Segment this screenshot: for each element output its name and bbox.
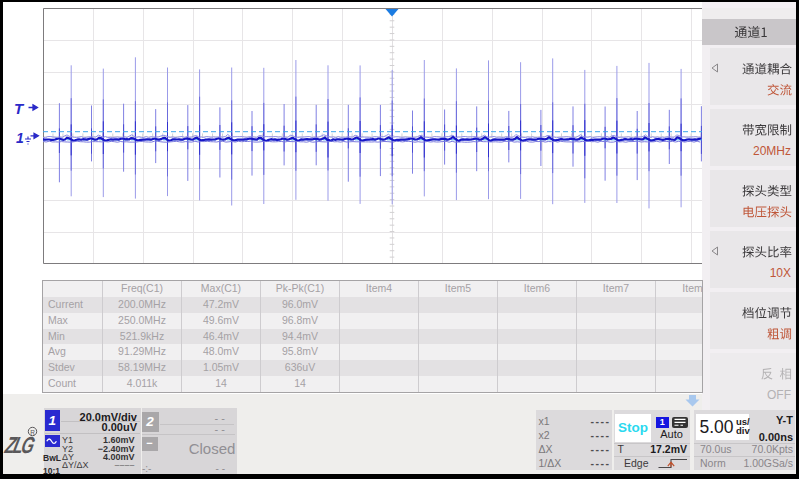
- svg-text:T: T: [14, 100, 25, 117]
- svg-text:ZLG: ZLG: [2, 432, 38, 457]
- svg-text:1: 1: [16, 130, 24, 146]
- svg-text:R: R: [30, 429, 35, 436]
